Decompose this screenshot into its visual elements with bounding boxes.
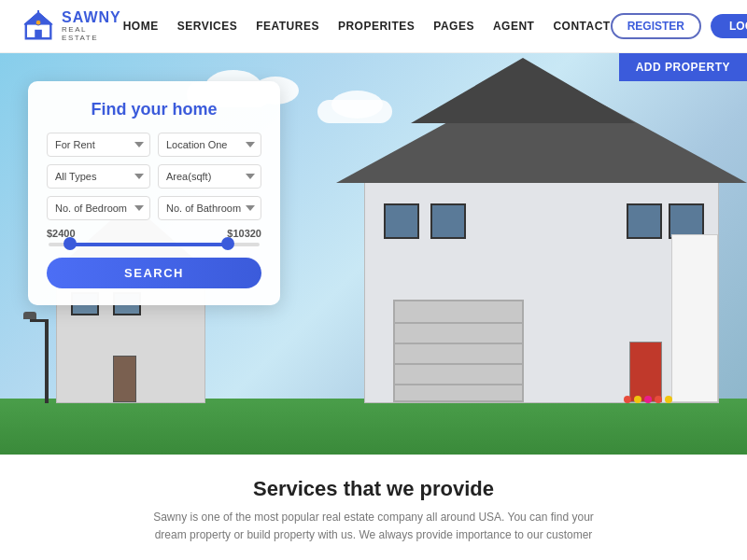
flower-2 <box>634 396 641 403</box>
price-max-label: $10320 <box>227 228 261 239</box>
svg-point-3 <box>35 20 41 25</box>
garage-door <box>393 300 524 402</box>
left-house-door <box>113 356 136 402</box>
flower-5 <box>665 396 672 403</box>
nav-contact[interactable]: CONTACT <box>553 20 610 33</box>
header-buttons: REGISTER LOGIN <box>611 13 747 39</box>
svg-rect-2 <box>35 30 42 38</box>
main-house-body <box>364 179 719 403</box>
bathroom-select[interactable]: No. of Bathroom 1 2 3 4+ <box>158 196 261 220</box>
bedroom-select[interactable]: No. of Bedroom 1 2 3 4+ <box>47 196 150 220</box>
rent-select[interactable]: For Rent For Sale <box>47 133 150 157</box>
search-card: Find your home For Rent For Sale Locatio… <box>28 81 280 305</box>
search-row-2: All Types House Apartment Villa Area(sqf… <box>47 164 261 189</box>
header: SAWNY REAL ESTATE HOME SERVICES FEATURES… <box>0 0 747 53</box>
type-select[interactable]: All Types House Apartment Villa <box>47 164 150 189</box>
search-card-title: Find your home <box>47 100 261 119</box>
services-title: Services that we provide <box>37 477 710 501</box>
garage-line-1 <box>395 322 522 324</box>
lamp-arm <box>30 319 49 322</box>
services-description: Sawny is one of the most popular real es… <box>140 509 607 544</box>
location-select[interactable]: Location One Location Two Location Three <box>158 133 261 157</box>
add-property-button[interactable]: ADD PROPERTY <box>619 53 747 81</box>
nav-features[interactable]: FEATURES <box>256 20 319 33</box>
search-button[interactable]: SEARCH <box>47 258 261 288</box>
logo-text: SAWNY REAL ESTATE <box>62 9 123 42</box>
logo-icon <box>22 9 54 43</box>
range-fill <box>70 243 229 246</box>
lamp-head <box>23 312 36 319</box>
house-main <box>336 67 728 403</box>
flower-3 <box>644 396 652 403</box>
login-button[interactable]: LOGIN <box>711 14 747 38</box>
logo-brand: SAWNY <box>62 9 123 26</box>
register-button[interactable]: REGISTER <box>611 13 701 39</box>
logo-tagline: REAL ESTATE <box>62 26 123 43</box>
main-window-2 <box>430 203 466 239</box>
nav-pages[interactable]: PAGES <box>433 20 474 33</box>
logo: SAWNY REAL ESTATE <box>22 9 123 43</box>
main-roof-peak <box>411 58 635 123</box>
flower-1 <box>624 396 631 403</box>
nav-services[interactable]: SERVICES <box>177 20 237 33</box>
main-window-1 <box>384 203 419 239</box>
range-thumb-left[interactable] <box>63 237 77 250</box>
hero-grass <box>0 399 747 455</box>
nav-agent[interactable]: AGENT <box>493 20 535 33</box>
street-lamp <box>45 319 49 403</box>
garage-line-2 <box>395 343 522 344</box>
range-track <box>49 243 260 246</box>
hero-section: ADD PROPERTY Find your home For Rent For… <box>0 53 747 455</box>
porch <box>671 234 718 402</box>
price-range-slider[interactable] <box>47 243 261 246</box>
area-select[interactable]: Area(sqft) 500-1000 1000-2000 2000+ <box>158 164 261 189</box>
garage-line-3 <box>395 363 522 365</box>
garden-flowers <box>624 396 672 403</box>
range-thumb-right[interactable] <box>221 237 234 250</box>
search-row-3: No. of Bedroom 1 2 3 4+ No. of Bathroom … <box>47 196 261 220</box>
services-section: Services that we provide Sawny is one of… <box>0 455 747 553</box>
front-door <box>629 342 662 402</box>
main-window-3 <box>627 203 662 239</box>
search-row-1: For Rent For Sale Location One Location … <box>47 133 261 157</box>
nav-home[interactable]: HOME <box>123 20 159 33</box>
flower-4 <box>655 396 662 403</box>
garage-line-4 <box>395 384 522 385</box>
main-nav: HOME SERVICES FEATURES PROPERITES PAGES … <box>123 20 611 33</box>
lamp-pole <box>45 319 49 403</box>
nav-properties[interactable]: PROPERITES <box>338 20 415 33</box>
